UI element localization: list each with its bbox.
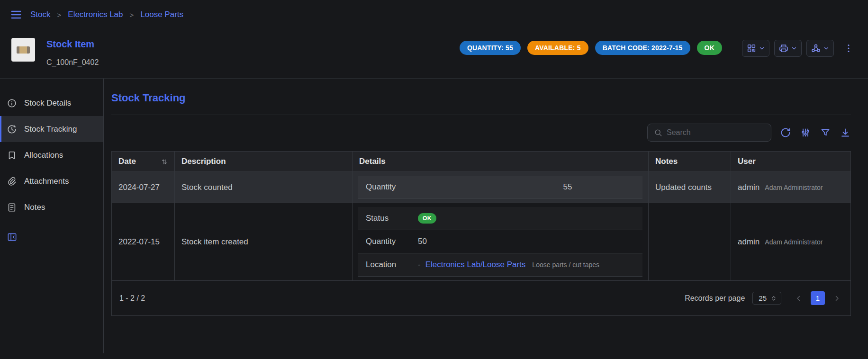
detail-value: 55 (500, 182, 635, 192)
table-row: 2022-07-15 Stock item created Status OK … (112, 203, 850, 281)
search-input[interactable] (667, 128, 765, 137)
detail-row-quantity: Quantity 55 (358, 176, 642, 199)
cell-notes: Updated counts (649, 172, 731, 203)
detail-row-location: Location - Electronics Lab/Loose Parts L… (358, 253, 642, 277)
records-per-page-value: 25 (759, 294, 767, 302)
sidebar-item-label: Attachments (24, 177, 69, 186)
column-header-user[interactable]: User (731, 152, 850, 171)
sidebar: Stock Details Stock Tracking Allocations… (0, 79, 104, 353)
user-display-name: Adam Administrator (765, 238, 823, 246)
location-prefix: - (418, 260, 421, 269)
breadcrumb: Stock > Electronics Lab > Loose Parts (30, 10, 183, 19)
sidebar-collapse-icon (7, 232, 18, 242)
barcode-actions-button[interactable] (742, 40, 769, 57)
breadcrumb-link-stock[interactable]: Stock (30, 10, 51, 19)
breadcrumb-link-loose-parts[interactable]: Loose Parts (140, 10, 183, 19)
table-footer: 1 - 2 / 2 Records per page 25 1 (112, 281, 850, 315)
stock-tracking-table: Date Description Details Notes User (111, 151, 851, 316)
sidebar-item-notes[interactable]: Notes (0, 194, 103, 220)
cell-user: admin Adam Administrator (731, 203, 850, 280)
detail-row-status: Status OK (358, 207, 642, 230)
sidebar-item-stock-details[interactable]: Stock Details (0, 90, 103, 116)
stock-item-name: C_100nF_0402 (46, 58, 99, 67)
sidebar-item-allocations[interactable]: Allocations (0, 142, 103, 168)
table-header-row: Date Description Details Notes User (112, 152, 850, 172)
location-description: Loose parts / cut tapes (532, 261, 599, 269)
capacitor-image (17, 46, 30, 54)
cell-details: Status OK Quantity 50 Location - Electro… (353, 203, 649, 280)
column-label: Details (359, 157, 386, 166)
column-header-date[interactable]: Date (112, 152, 175, 171)
column-header-notes[interactable]: Notes (649, 152, 731, 171)
pager: 1 (793, 291, 843, 305)
stock-item-thumbnail[interactable] (11, 38, 35, 62)
column-label: Description (181, 157, 226, 166)
cell-user: admin Adam Administrator (731, 172, 850, 203)
cell-description: Stock counted (175, 172, 353, 203)
records-per-page-label: Records per page (685, 294, 745, 303)
location-link[interactable]: Electronics Lab/Loose Parts (425, 260, 526, 269)
next-page-icon[interactable] (831, 292, 843, 305)
content: Stock Details Stock Tracking Allocations… (0, 79, 868, 353)
info-circle-icon (7, 98, 17, 108)
plugin-actions-button[interactable] (806, 40, 834, 57)
detail-label: Quantity (366, 237, 418, 246)
sidebar-item-attachments[interactable]: Attachments (0, 168, 103, 194)
column-header-description[interactable]: Description (175, 152, 353, 171)
selector-icon (770, 295, 777, 302)
sort-arrows-icon (161, 158, 168, 165)
qr-code-icon (746, 43, 757, 54)
status-badges: QUANTITY: 55 AVAILABLE: 5 BATCH CODE: 20… (460, 41, 722, 55)
sidebar-item-label: Notes (24, 203, 45, 212)
history-icon (7, 124, 17, 135)
chevron-down-icon (759, 45, 765, 52)
records-per-page-select[interactable]: 25 (752, 292, 781, 305)
column-label: User (738, 157, 756, 166)
status-ok-badge: OK (418, 213, 436, 224)
refresh-icon[interactable] (780, 127, 791, 138)
column-label: Date (118, 157, 136, 166)
notes-icon (7, 202, 17, 213)
cell-description: Stock item created (175, 203, 353, 280)
topbar: Stock > Electronics Lab > Loose Parts (0, 0, 868, 29)
detail-label: Location (366, 260, 418, 269)
modules-icon (811, 43, 821, 54)
username: admin (738, 183, 760, 192)
detail-label: Quantity (366, 182, 500, 192)
page-header: Stock Item C_100nF_0402 QUANTITY: 55 AVA… (0, 29, 868, 79)
page-number-button[interactable]: 1 (811, 291, 825, 305)
cell-date: 2022-07-15 (112, 203, 175, 280)
main-panel: Stock Tracking (104, 79, 868, 353)
detail-value: 50 (418, 237, 427, 246)
sidebar-item-stock-tracking[interactable]: Stock Tracking (0, 116, 103, 142)
pagination-controls: Records per page 25 1 (685, 291, 843, 305)
sidebar-item-label: Stock Tracking (24, 125, 77, 134)
hamburger-menu-icon[interactable] (9, 8, 23, 21)
more-options-icon[interactable] (841, 41, 856, 55)
table-toolbar (111, 124, 851, 142)
details-subtable: Quantity 55 (358, 176, 642, 199)
adjustments-icon[interactable] (800, 127, 811, 138)
previous-page-icon[interactable] (793, 292, 805, 305)
download-icon[interactable] (840, 127, 851, 138)
page-title: Stock Item (46, 39, 99, 50)
sidebar-collapse-button[interactable] (0, 224, 103, 250)
filter-icon[interactable] (820, 127, 831, 138)
detail-label: Status (366, 214, 418, 223)
details-subtable: Status OK Quantity 50 Location - Electro… (358, 207, 642, 277)
title-block: Stock Item C_100nF_0402 (46, 36, 99, 67)
search-icon (653, 128, 663, 137)
cell-date: 2024-07-27 (112, 172, 175, 203)
column-header-details[interactable]: Details (353, 152, 649, 171)
user-display-name: Adam Administrator (765, 184, 823, 191)
cell-details: Quantity 55 (353, 172, 649, 203)
breadcrumb-link-electronics-lab[interactable]: Electronics Lab (68, 10, 123, 19)
panel-title: Stock Tracking (111, 92, 851, 104)
available-badge: AVAILABLE: 5 (527, 41, 588, 55)
header-actions (742, 40, 856, 57)
print-actions-button[interactable] (774, 40, 802, 57)
chevron-down-icon (823, 45, 830, 52)
search-box (647, 124, 771, 142)
table-row: 2024-07-27 Stock counted Quantity 55 Upd… (112, 172, 850, 203)
chevron-down-icon (791, 45, 797, 52)
